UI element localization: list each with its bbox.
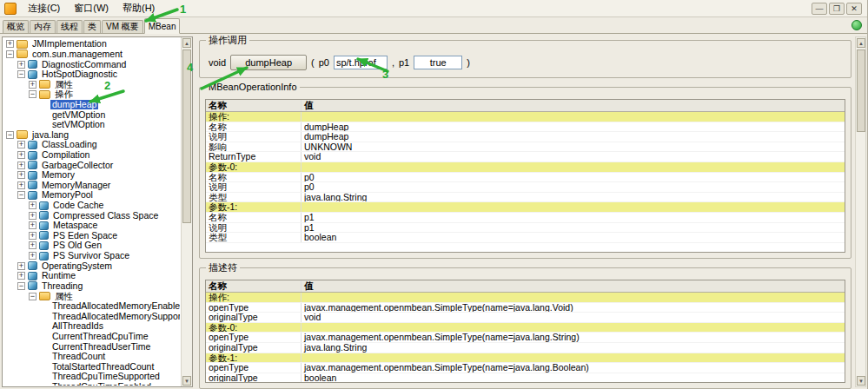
expand-handle-icon[interactable]: +	[29, 221, 36, 229]
column-header-name[interactable]: 名称	[206, 280, 301, 292]
tree-item-Memory[interactable]: +Memory	[3, 170, 180, 181]
tree-item-属性[interactable]: +属性	[3, 79, 180, 89]
tree-item-CurrentThreadUserTime[interactable]: CurrentThreadUserTime	[3, 341, 180, 352]
collapse-handle-icon[interactable]: −	[29, 293, 36, 300]
tree-item-属性[interactable]: −属性	[3, 291, 180, 301]
collapse-handle-icon[interactable]: −	[6, 50, 14, 58]
table-row[interactable]: openTypejavax.management.openmbean.Simpl…	[206, 333, 845, 343]
scroll-down-icon[interactable]: ▼	[857, 376, 865, 386]
tab-VM 概要[interactable]: VM 概要	[102, 20, 143, 33]
minimize-icon[interactable]: —	[812, 3, 827, 15]
tree-item-ThreadCpuTimeEnabled[interactable]: ThreadCpuTimeEnabled	[3, 382, 180, 386]
tree-item-Compilation[interactable]: +Compilation	[3, 150, 180, 161]
collapse-handle-icon[interactable]: −	[29, 90, 36, 98]
p0-input[interactable]	[334, 56, 388, 69]
tree-item-Code Cache[interactable]: +Code Cache	[3, 201, 180, 211]
collapse-handle-icon[interactable]: −	[17, 282, 25, 290]
section-row[interactable]: 参数-0:	[206, 162, 845, 173]
dumpheap-button[interactable]: dumpHeap	[230, 55, 307, 70]
expand-handle-icon[interactable]: +	[17, 162, 25, 169]
tree-item-GarbageCollector[interactable]: +GarbageCollector	[3, 160, 180, 170]
scroll-up-icon[interactable]: ▲	[182, 38, 191, 48]
expand-handle-icon[interactable]: +	[29, 241, 36, 249]
table-row[interactable]: 名称dumpHeap	[206, 122, 845, 133]
table-row[interactable]: 说明p1	[206, 223, 845, 234]
table-row[interactable]: 说明dumpHeap	[206, 132, 845, 142]
tree-item-TotalStartedThreadCount[interactable]: TotalStartedThreadCount	[3, 362, 180, 373]
expand-handle-icon[interactable]: +	[6, 40, 14, 48]
tree-item-getVMOption[interactable]: getVMOption	[3, 109, 180, 120]
table-row[interactable]: originalTypejava.lang.String	[206, 343, 845, 353]
table-row[interactable]: 名称p0	[206, 173, 845, 183]
menu-连接(C)[interactable]: 连接(C)	[21, 0, 67, 16]
collapse-handle-icon[interactable]: −	[6, 131, 14, 139]
tree-item-Compressed Class Space[interactable]: +Compressed Class Space	[3, 210, 180, 221]
column-header-name[interactable]: 名称	[206, 100, 301, 111]
tree-item-MemoryPool[interactable]: −MemoryPool	[3, 190, 180, 201]
scroll-up-icon[interactable]: ▲	[857, 38, 865, 48]
expand-handle-icon[interactable]: +	[17, 61, 25, 69]
table-row[interactable]: 类型java.lang.String	[206, 193, 845, 203]
tree-item-PS Eden Space[interactable]: +PS Eden Space	[3, 231, 180, 241]
tree-item-HotSpotDiagnostic[interactable]: −HotSpotDiagnostic	[3, 69, 180, 80]
tree-item-dumpHeap[interactable]: dumpHeap	[3, 100, 180, 110]
expand-handle-icon[interactable]: +	[17, 262, 25, 270]
expand-handle-icon[interactable]: +	[29, 212, 36, 220]
restore-icon[interactable]: ❐	[829, 3, 845, 15]
tab-概览[interactable]: 概览	[3, 20, 29, 33]
scroll-down-icon[interactable]: ▼	[182, 376, 191, 386]
tree-item-com.sun.management[interactable]: −com.sun.management	[3, 49, 180, 60]
expand-handle-icon[interactable]: +	[17, 141, 25, 148]
tree-item-ThreadCount[interactable]: ThreadCount	[3, 352, 180, 362]
table-row[interactable]: openTypejavax.management.openmbean.Simpl…	[206, 303, 845, 313]
tree-scrollbar[interactable]: ▲ ▼	[181, 37, 192, 386]
tree-item-setVMOption[interactable]: setVMOption	[3, 120, 180, 130]
scrollbar-thumb[interactable]	[857, 49, 865, 132]
table-row[interactable]: 类型boolean	[206, 233, 845, 243]
scrollbar-thumb[interactable]	[182, 49, 191, 223]
tab-线程[interactable]: 线程	[56, 20, 83, 33]
collapse-handle-icon[interactable]: −	[17, 191, 25, 199]
collapse-handle-icon[interactable]: −	[17, 70, 25, 78]
tree-item-AllThreadIds[interactable]: AllThreadIds	[3, 321, 180, 332]
tree-item-ThreadAllocatedMemoryEnabled[interactable]: ThreadAllocatedMemoryEnabled	[3, 301, 180, 312]
table-row[interactable]: originalTypeboolean	[206, 373, 845, 383]
tab-内存[interactable]: 内存	[30, 20, 56, 33]
tab-类[interactable]: 类	[83, 20, 101, 33]
table-row[interactable]: originalTypevoid	[206, 313, 845, 323]
expand-handle-icon[interactable]: +	[29, 81, 36, 89]
section-row[interactable]: 参数-1:	[206, 353, 845, 364]
section-row[interactable]: 操作:	[206, 112, 845, 122]
tree-item-操作[interactable]: −操作	[3, 89, 180, 100]
expand-handle-icon[interactable]: +	[17, 171, 25, 179]
table-row[interactable]: 说明p0	[206, 182, 845, 193]
menu-窗口(W)[interactable]: 窗口(W)	[67, 0, 116, 16]
tree-item-ClassLoading[interactable]: +ClassLoading	[3, 140, 180, 150]
expand-handle-icon[interactable]: +	[17, 151, 25, 159]
tree-item-OperatingSystem[interactable]: +OperatingSystem	[3, 260, 180, 271]
section-row[interactable]: 参数-1:	[206, 202, 845, 213]
p1-input[interactable]	[414, 56, 462, 69]
tree-item-ThreadAllocatedMemorySupported[interactable]: ThreadAllocatedMemorySupported	[3, 311, 180, 321]
tree-item-MemoryManager[interactable]: +MemoryManager	[3, 181, 180, 191]
column-header-value[interactable]: 值	[301, 280, 845, 292]
tree-item-CurrentThreadCpuTime[interactable]: CurrentThreadCpuTime	[3, 332, 180, 342]
section-row[interactable]: 参数-0:	[206, 323, 845, 333]
tree-item-Threading[interactable]: −Threading	[3, 281, 180, 292]
tab-MBean[interactable]: MBean	[144, 18, 181, 34]
expand-handle-icon[interactable]: +	[29, 232, 36, 240]
tree-item-Metaspace[interactable]: +Metaspace	[3, 221, 180, 231]
expand-handle-icon[interactable]: +	[29, 201, 36, 209]
table-row[interactable]: 名称p1	[206, 213, 845, 223]
column-header-value[interactable]: 值	[301, 100, 845, 111]
section-row[interactable]: 操作:	[206, 293, 845, 303]
tree-item-java.lang[interactable]: −java.lang	[3, 129, 180, 140]
table-row[interactable]: 影响UNKNOWN	[206, 142, 845, 153]
close-icon[interactable]: ✕	[846, 3, 862, 15]
tree-item-DiagnosticCommand[interactable]: +DiagnosticCommand	[3, 59, 180, 69]
expand-handle-icon[interactable]: +	[17, 272, 25, 280]
tree-item-PS Survivor Space[interactable]: +PS Survivor Space	[3, 251, 180, 261]
expand-handle-icon[interactable]: +	[17, 181, 25, 189]
tree-item-JMImplementation[interactable]: +JMImplementation	[3, 39, 180, 49]
tree-item-PS Old Gen[interactable]: +PS Old Gen	[3, 241, 180, 251]
